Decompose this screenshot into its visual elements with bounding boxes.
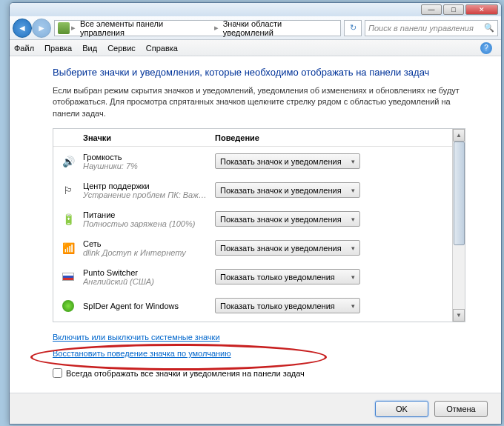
battery-icon: 🔋 <box>61 212 76 227</box>
list-item: 🔊ГромкостьНаушники: 7%Показать значок и … <box>53 147 465 176</box>
column-header-behavior: Поведение <box>215 133 465 142</box>
scroll-down-button[interactable]: ▼ <box>453 309 465 322</box>
breadcrumb-item[interactable]: Все элементы панели управления <box>77 18 213 39</box>
maximize-button[interactable]: □ <box>443 4 464 15</box>
refresh-button[interactable]: ↻ <box>344 20 362 36</box>
list-item: Punto SwitcherАнглийский (США)Показать т… <box>53 262 465 291</box>
minimize-button[interactable]: — <box>421 4 442 15</box>
column-header-icons: Значки <box>53 133 215 142</box>
breadcrumb-item[interactable]: Значки области уведомлений <box>220 18 337 39</box>
list-item: 🔋ПитаниеПолностью заряжена (100%)Показат… <box>53 204 465 233</box>
behavior-dropdown[interactable]: Показать значок и уведомления <box>215 153 360 169</box>
chevron-right-icon: ▸ <box>214 23 219 33</box>
icons-list: Значки Поведение 🔊ГромкостьНаушники: 7%П… <box>53 128 465 322</box>
footer: OK Отмена <box>10 393 501 424</box>
item-subtitle: Английский (США) <box>83 277 209 286</box>
page-title: Выберите значки и уведомления, которые н… <box>53 67 465 78</box>
list-item: SpIDer Agent for WindowsПоказать только … <box>53 291 465 320</box>
behavior-dropdown[interactable]: Показать значок и уведомления <box>215 182 360 198</box>
ok-button[interactable]: OK <box>375 401 428 417</box>
search-icon: 🔍 <box>484 23 494 33</box>
item-subtitle: Наушники: 7% <box>83 162 209 170</box>
menu-edit[interactable]: Правка <box>44 44 72 53</box>
back-button[interactable]: ◄ <box>13 19 32 38</box>
list-item: 🏳Центр поддержкиУстранение проблем ПК: В… <box>53 176 465 204</box>
navbar: ◄ ► ▸ Все элементы панели управления ▸ З… <box>10 16 501 40</box>
search-input[interactable]: Поиск в панели управления 🔍 <box>365 20 498 36</box>
menu-file[interactable]: Файл <box>14 44 34 53</box>
menubar: Файл Правка Вид Сервис Справка ? <box>10 40 501 56</box>
item-title: Центр поддержки <box>83 182 215 190</box>
behavior-dropdown[interactable]: Показать только уведомления <box>215 298 360 313</box>
volume-icon: 🔊 <box>61 154 76 169</box>
help-icon[interactable]: ? <box>480 42 492 54</box>
control-panel-icon <box>58 22 70 34</box>
behavior-dropdown[interactable]: Показать значок и уведомления <box>215 240 360 256</box>
chevron-right-icon: ▸ <box>71 23 76 33</box>
content-area: Выберите значки и уведомления, которые н… <box>10 56 501 385</box>
close-button[interactable]: ✕ <box>465 4 498 15</box>
behavior-dropdown[interactable]: Показать только уведомления <box>215 269 360 284</box>
titlebar: — □ ✕ <box>10 3 501 16</box>
item-title: Громкость <box>83 153 215 162</box>
item-subtitle: Полностью заряжена (100%) <box>83 219 209 228</box>
item-title: SpIDer Agent for Windows <box>83 302 215 310</box>
breadcrumb[interactable]: ▸ Все элементы панели управления ▸ Значк… <box>54 20 341 36</box>
item-title: Сеть <box>83 239 215 248</box>
always-show-label: Всегда отображать все значки и уведомлен… <box>66 369 305 378</box>
control-panel-window: — □ ✕ ◄ ► ▸ Все элементы панели управлен… <box>9 2 502 425</box>
item-subtitle: dlink Доступ к Интернету <box>83 248 209 257</box>
menu-view[interactable]: Вид <box>82 44 97 53</box>
network-icon: 📶 <box>61 241 76 256</box>
menu-help[interactable]: Справка <box>146 44 178 53</box>
menu-tools[interactable]: Сервис <box>107 44 136 53</box>
ru-flag-icon <box>61 270 76 284</box>
scroll-thumb[interactable] <box>454 142 465 245</box>
spider-icon <box>61 299 76 313</box>
cancel-button[interactable]: Отмена <box>434 401 488 417</box>
list-item: 📶Сетьdlink Доступ к ИнтернетуПоказать зн… <box>53 233 465 262</box>
flag-icon: 🏳 <box>61 183 76 198</box>
restore-defaults-link[interactable]: Восстановить поведение значка по умолчан… <box>53 349 231 358</box>
page-description: Если выбран режим скрытия значков и увед… <box>53 85 465 119</box>
item-subtitle: Устранение проблем ПК: Важных сооб... <box>83 190 209 199</box>
scroll-up-button[interactable]: ▲ <box>453 129 465 142</box>
item-title: Punto Switcher <box>83 268 215 277</box>
system-icons-link[interactable]: Включить или выключить системные значки <box>53 333 220 342</box>
item-title: Питание <box>83 210 215 219</box>
scrollbar[interactable]: ▲ ▼ <box>452 129 465 322</box>
behavior-dropdown[interactable]: Показать значок и уведомления <box>215 211 360 227</box>
search-placeholder: Поиск в панели управления <box>368 24 474 33</box>
forward-button[interactable]: ► <box>32 19 51 38</box>
always-show-checkbox[interactable] <box>53 368 62 378</box>
